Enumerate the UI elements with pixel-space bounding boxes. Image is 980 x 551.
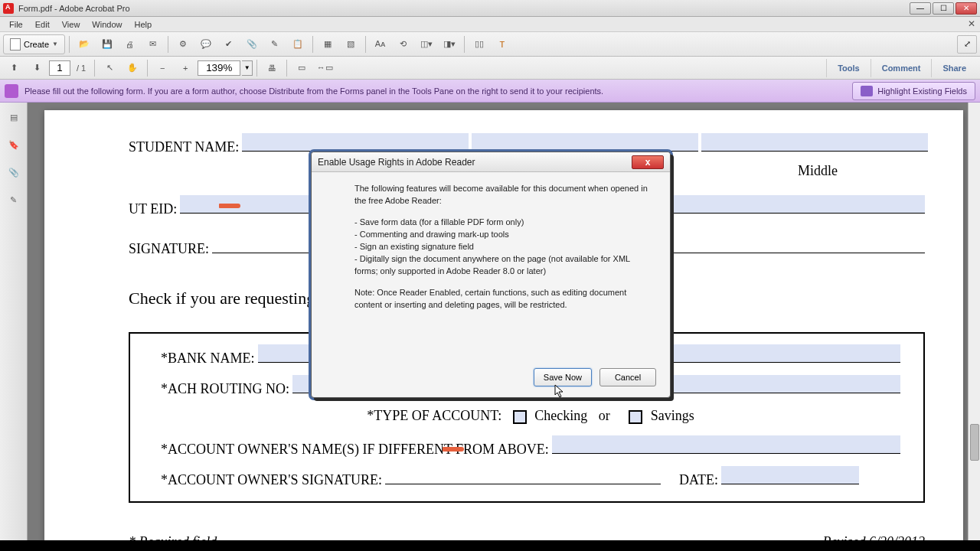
hand-tool-icon[interactable]: ✋: [122, 58, 143, 78]
crop-icon[interactable]: ◫▾: [416, 34, 437, 54]
maximize-button[interactable]: ☐: [933, 2, 954, 15]
insert-page-icon[interactable]: ▦: [317, 34, 338, 54]
field-first-name[interactable]: [472, 133, 698, 152]
annotation-stamp: [219, 204, 240, 208]
separator: [147, 60, 148, 77]
signatures-panel-icon[interactable]: ✎: [5, 191, 22, 208]
menu-edit[interactable]: Edit: [29, 18, 56, 31]
gear-icon[interactable]: ⚙: [172, 34, 194, 54]
menu-help[interactable]: Help: [128, 18, 158, 31]
minimize-button[interactable]: —: [910, 2, 931, 15]
label-checking: Checking: [534, 408, 587, 423]
scroll-thumb[interactable]: [970, 424, 979, 461]
cancel-button[interactable]: Cancel: [599, 368, 656, 386]
label-owner-name: *ACCOUNT OWNER'S NAME(S) IF DIFFERENT FR…: [161, 439, 549, 460]
separator: [365, 36, 366, 53]
pages-panel-icon[interactable]: ▤: [5, 109, 22, 126]
text-edit-icon[interactable]: T: [492, 34, 513, 54]
sign-icon[interactable]: ✎: [264, 34, 286, 54]
expand-toolbar-icon[interactable]: ⤢: [957, 35, 977, 54]
menu-file[interactable]: File: [3, 18, 29, 31]
separator: [94, 60, 95, 77]
checkbox-savings[interactable]: [629, 410, 642, 424]
form-instruction-bar: Please fill out the following form. If y…: [0, 80, 980, 103]
page-up-button[interactable]: ⬆: [3, 58, 24, 78]
stamp-icon[interactable]: ✔: [218, 34, 240, 54]
window-title: Form.pdf - Adobe Acrobat Pro: [18, 4, 908, 13]
separator: [256, 60, 257, 77]
vertical-scrollbar[interactable]: [968, 103, 980, 540]
dialog-body: The following features will become avail…: [312, 172, 670, 328]
select-tool-icon[interactable]: ↖: [99, 58, 120, 78]
field-middle-name[interactable]: [701, 133, 928, 152]
close-window-button[interactable]: ✕: [956, 2, 977, 15]
page-number-input[interactable]: [49, 60, 70, 76]
required-field-note: * Required field: [129, 532, 217, 540]
chevron-down-icon: ▼: [52, 41, 58, 47]
rotate-icon[interactable]: ⟲: [393, 34, 414, 54]
dialog-close-button[interactable]: x: [632, 155, 664, 169]
separator: [286, 60, 287, 77]
label-date: DATE:: [679, 470, 718, 491]
label-owner-signature: *ACCOUNT OWNER'S SIGNATURE:: [161, 470, 382, 491]
label-ach-routing: *ACH ROUTING NO:: [161, 379, 289, 399]
tab-share[interactable]: Share: [931, 59, 977, 77]
field-date[interactable]: [721, 466, 859, 484]
label-bank-name: *BANK NAME:: [161, 348, 255, 369]
fit-width-icon[interactable]: ↔▭: [314, 58, 335, 78]
page-total-label: / 1: [72, 64, 90, 73]
dialog-feature-4: Digitally sign the document anywhere on …: [354, 253, 652, 278]
letterbox-bottom: [0, 540, 980, 551]
zoom-out-button[interactable]: −: [152, 58, 173, 78]
print-preview-icon[interactable]: 🖶: [261, 58, 283, 78]
label-signature: SIGNATURE:: [129, 239, 209, 259]
attachments-panel-icon[interactable]: 📎: [5, 164, 22, 181]
dialog-titlebar: Enable Usage Rights in Adobe Reader x: [312, 152, 670, 172]
print-button[interactable]: 🖨: [119, 34, 141, 54]
annotation-stamp-2: [443, 447, 464, 452]
field-owner-signature[interactable]: [385, 466, 661, 484]
label-type-of-account: *TYPE OF ACCOUNT:: [367, 408, 501, 423]
field-owner-name[interactable]: [552, 435, 900, 454]
type-of-account-row: *TYPE OF ACCOUNT: Checking or Savings: [161, 406, 900, 426]
highlight-icon: [861, 86, 873, 96]
comment-icon[interactable]: 💬: [195, 34, 217, 54]
reading-mode-icon[interactable]: ▯▯: [469, 34, 490, 54]
text-size-icon[interactable]: Aᴀ: [370, 34, 391, 54]
bookmarks-panel-icon[interactable]: 🔖: [5, 136, 22, 153]
menubar-close-icon[interactable]: ✕: [968, 18, 975, 29]
open-button[interactable]: 📂: [74, 34, 95, 54]
zoom-in-button[interactable]: +: [175, 58, 196, 78]
tab-comment[interactable]: Comment: [871, 59, 932, 77]
menu-view[interactable]: View: [56, 18, 87, 31]
create-button[interactable]: Create ▼: [3, 34, 65, 54]
dialog-title: Enable Usage Rights in Adobe Reader: [318, 157, 632, 168]
zoom-dropdown-icon[interactable]: ▼: [242, 60, 253, 76]
separator: [168, 36, 168, 53]
window-titlebar: Form.pdf - Adobe Acrobat Pro — ☐ ✕: [0, 0, 980, 17]
dialog-intro-text: The following features will become avail…: [354, 183, 652, 207]
email-button[interactable]: ✉: [142, 34, 164, 54]
separator: [312, 36, 313, 53]
menu-window[interactable]: Window: [86, 18, 128, 31]
toolbar-primary: Create ▼ 📂 💾 🖨 ✉ ⚙ 💬 ✔ 📎 ✎ 📋 ▦ ▧ Aᴀ ⟲ ◫▾…: [0, 32, 980, 57]
zoom-level-input[interactable]: [198, 60, 240, 76]
label-savings: Savings: [651, 408, 694, 423]
document-icon: [10, 38, 21, 51]
form-instruction-text: Please fill out the following form. If y…: [24, 86, 846, 96]
page-down-button[interactable]: ⬇: [26, 58, 47, 78]
label-ut-eid: UT EID:: [129, 199, 177, 220]
fit-page-icon[interactable]: ▭: [291, 58, 312, 78]
extract-page-icon[interactable]: ▧: [340, 34, 361, 54]
checkbox-checking[interactable]: [513, 410, 527, 424]
field-last-name[interactable]: [242, 133, 469, 152]
dialog-feature-3: Sign an existing signature field: [354, 241, 652, 253]
tab-tools[interactable]: Tools: [826, 59, 871, 77]
split-icon[interactable]: ◨▾: [439, 34, 460, 54]
save-button[interactable]: 💾: [96, 34, 118, 54]
attach-icon[interactable]: 📎: [241, 34, 263, 54]
highlight-fields-label: Highlight Existing Fields: [877, 86, 967, 96]
clipboard-icon[interactable]: 📋: [287, 34, 309, 54]
highlight-fields-button[interactable]: Highlight Existing Fields: [852, 82, 975, 100]
save-now-button[interactable]: Save Now: [534, 368, 592, 386]
